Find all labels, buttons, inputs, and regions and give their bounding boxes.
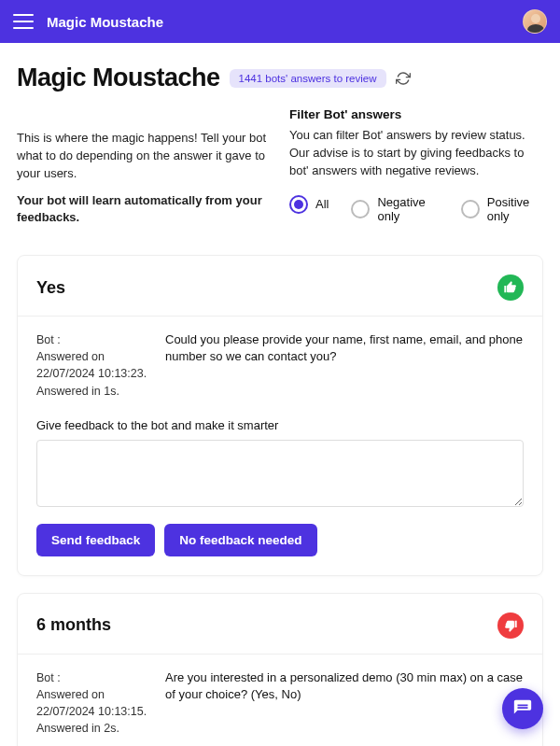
- topbar: Magic Moustache: [0, 0, 560, 43]
- answer-meta: Bot : Answered on 22/07/2024 10:13:23. A…: [36, 331, 148, 400]
- intro-row: This is where the magic happens! Tell yo…: [17, 107, 543, 236]
- no-feedback-button[interactable]: No feedback needed: [164, 524, 316, 556]
- meta-timestamp: Answered on 22/07/2024 10:13:15.: [36, 688, 147, 718]
- chat-fab[interactable]: [502, 688, 543, 729]
- card-head: Yes: [18, 256, 542, 316]
- feedback-label: Give feedback to the bot and make it sma…: [36, 418, 524, 432]
- filter-option-all[interactable]: All: [289, 195, 329, 214]
- button-row: Send feedback No feedback needed: [36, 524, 524, 556]
- answer-card: Yes Bot : Answered on 22/07/2024 10:13:2…: [17, 255, 543, 576]
- answer-card: 6 months Bot : Answered on 22/07/2024 10…: [17, 593, 543, 746]
- feedback-section: Give feedback to the bot and make it sma…: [18, 409, 542, 575]
- menu-icon[interactable]: [13, 14, 34, 29]
- bot-label: Bot :: [36, 333, 61, 346]
- send-feedback-button[interactable]: Send feedback: [36, 524, 155, 556]
- app-title: Magic Moustache: [47, 14, 163, 30]
- intro-left: This is where the magic happens! Tell yo…: [17, 107, 271, 236]
- filter-radio-group: All Negative only Positive only: [289, 195, 543, 224]
- radio-label: Negative only: [377, 195, 438, 224]
- filter-option-negative[interactable]: Negative only: [351, 195, 438, 224]
- filter-title: Filter Bot' answers: [289, 107, 543, 121]
- answer-meta: Bot : Answered on 22/07/2024 10:13:15. A…: [36, 669, 148, 738]
- review-count-badge: 1441 bots' answers to review: [230, 69, 386, 88]
- card-title: 6 months: [36, 615, 111, 635]
- page-title: Magic Moustache: [17, 63, 220, 92]
- bot-answer: Could you please provide your name, firs…: [165, 331, 524, 400]
- filter-option-positive[interactable]: Positive only: [461, 195, 543, 224]
- intro-text-1: This is where the magic happens! Tell yo…: [17, 130, 271, 183]
- page: Magic Moustache 1441 bots' answers to re…: [0, 43, 560, 746]
- radio-label: All: [315, 197, 329, 212]
- thumb-up-icon[interactable]: [497, 274, 524, 301]
- filter-desc: You can filter Bot' answers by review st…: [289, 127, 543, 180]
- radio-label: Positive only: [487, 195, 543, 224]
- radio-icon: [289, 195, 308, 214]
- radio-icon: [461, 200, 480, 218]
- card-title: Yes: [36, 278, 65, 298]
- filter-section: Filter Bot' answers You can filter Bot' …: [289, 107, 543, 236]
- card-body: Bot : Answered on 22/07/2024 10:13:15. A…: [18, 655, 542, 746]
- card-head: 6 months: [18, 594, 542, 654]
- intro-text-2: Your bot will learn automatically from y…: [17, 192, 271, 228]
- meta-duration: Answered in 1s.: [36, 385, 119, 398]
- card-body: Bot : Answered on 22/07/2024 10:13:23. A…: [18, 317, 542, 409]
- thumb-down-icon[interactable]: [497, 612, 524, 639]
- meta-timestamp: Answered on 22/07/2024 10:13:23.: [36, 350, 147, 380]
- meta-duration: Answered in 2s.: [36, 722, 119, 735]
- avatar[interactable]: [523, 9, 547, 34]
- title-row: Magic Moustache 1441 bots' answers to re…: [17, 63, 543, 92]
- feedback-input[interactable]: [36, 440, 524, 507]
- topbar-left: Magic Moustache: [13, 14, 163, 30]
- radio-icon: [351, 200, 370, 218]
- bot-label: Bot :: [36, 671, 61, 684]
- bot-answer: Are you interested in a personalized dem…: [165, 669, 524, 738]
- refresh-icon[interactable]: [396, 71, 411, 86]
